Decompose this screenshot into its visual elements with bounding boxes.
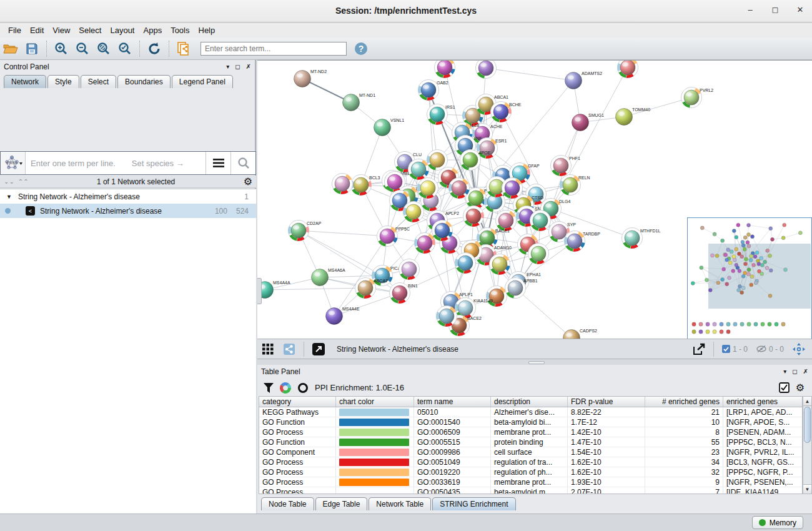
network-node[interactable] (408, 159, 429, 180)
network-options-gear-icon[interactable]: ⚙ (244, 176, 252, 187)
panel-collapse-grip[interactable] (257, 278, 262, 304)
network-node[interactable]: BCHE (491, 102, 522, 122)
table-header-row[interactable]: categorychart colorterm namedescriptionF… (259, 397, 802, 407)
save-session-button[interactable] (22, 40, 41, 57)
tab-network-table[interactable]: Network Table (369, 497, 431, 510)
tab-boundaries[interactable]: Boundaries (117, 75, 171, 88)
birds-eye-view[interactable] (687, 217, 812, 339)
zoom-fit-button[interactable] (94, 40, 113, 57)
network-node[interactable]: VSNL1 (374, 118, 405, 136)
enrichment-row[interactable]: KEGG Pathways05010Alzheimer's dise...8.8… (259, 407, 802, 417)
tab-edge-table[interactable]: Edge Table (315, 497, 368, 510)
open-in-string-button[interactable] (309, 340, 328, 358)
column-header[interactable]: term name (414, 397, 491, 407)
apply-layout-button[interactable] (145, 40, 164, 57)
tab-select[interactable]: Select (81, 75, 116, 88)
network-node[interactable] (399, 259, 420, 280)
network-node[interactable]: BCL3 (351, 175, 380, 196)
network-node[interactable] (437, 306, 457, 327)
network-node[interactable]: CD2AP (289, 221, 322, 241)
tab-network[interactable]: Network (4, 75, 46, 88)
select-all-checkbox-icon[interactable] (779, 382, 790, 393)
string-options-button[interactable] (205, 152, 230, 174)
close-icon[interactable]: ✕ (795, 5, 806, 14)
network-node[interactable] (449, 178, 470, 199)
collection-expand-icon[interactable]: ▼ (6, 194, 12, 200)
network-node[interactable] (528, 244, 549, 264)
network-node[interactable]: APBB1 (505, 278, 538, 299)
horizontal-splitter[interactable] (257, 360, 812, 365)
network-node[interactable] (496, 211, 517, 231)
panel-menu-icon[interactable]: ▾ (783, 368, 786, 375)
network-node[interactable]: TARDBP (565, 231, 601, 252)
network-node[interactable] (404, 202, 424, 222)
enrichment-row[interactable]: GO FunctionGO:0001540beta-amyloid bi...1… (259, 417, 802, 427)
column-header[interactable]: chart color (336, 397, 414, 407)
network-node[interactable]: SMUG1 (572, 113, 605, 131)
string-query-input[interactable]: Enter one term per line. Set species → (26, 152, 205, 174)
menu-item-edit[interactable]: Edit (26, 24, 48, 36)
enrichment-row[interactable]: GO ProcessGO:0006509membrane prot...1.42… (259, 427, 802, 437)
close-panel-icon[interactable]: ✗ (803, 368, 808, 375)
zoom-in-button[interactable] (52, 40, 71, 57)
export-network-button[interactable] (690, 340, 708, 358)
enrichment-row[interactable]: GO ProcessGO:0050435beta-amyloid m...2.0… (259, 487, 802, 494)
network-row[interactable]: < String Network - Alzheimer's disease 1… (0, 204, 256, 218)
network-node[interactable] (455, 253, 476, 274)
tab-style[interactable]: Style (47, 75, 79, 88)
close-panel-icon[interactable]: ✗ (246, 63, 251, 70)
menu-item-layout[interactable]: Layout (106, 24, 139, 36)
string-search-button[interactable] (230, 152, 255, 174)
search-input[interactable] (201, 42, 347, 56)
menu-item-tools[interactable]: Tools (166, 24, 194, 36)
tab-node-table[interactable]: Node Table (261, 497, 314, 510)
network-collection-row[interactable]: ▼ String Network - Alzheimer's disease 1 (0, 189, 256, 204)
float-panel-icon[interactable]: ◻ (235, 63, 240, 70)
network-node[interactable]: GAB2 (418, 80, 448, 101)
column-header[interactable]: FDR p-value (568, 397, 645, 407)
collapse-all-icon[interactable]: ⌄⌄ (4, 178, 14, 185)
string-logo-dropdown[interactable]: STRING (1, 152, 26, 174)
network-node[interactable]: CADPS2 (563, 329, 598, 339)
network-node[interactable]: BIN1 (390, 283, 418, 304)
menu-item-help[interactable]: Help (194, 24, 220, 36)
network-node[interactable]: MT-ND1 (343, 93, 376, 111)
network-node[interactable]: IRS1 (427, 104, 455, 125)
scroll-up-icon[interactable]: ▲ (803, 397, 811, 406)
network-node[interactable]: MT-ND2 (294, 69, 327, 87)
network-node[interactable] (502, 178, 523, 199)
maximize-icon[interactable]: ◻ (770, 5, 781, 14)
network-node[interactable]: ADAMTS2 (565, 71, 603, 89)
network-node[interactable] (530, 211, 551, 231)
network-node[interactable]: PPP5C (377, 226, 410, 247)
tab-string-enrichment[interactable]: STRING Enrichment (432, 497, 515, 510)
column-header[interactable]: enriched genes (723, 397, 802, 407)
float-panel-icon[interactable]: ◻ (792, 368, 797, 375)
panel-menu-icon[interactable]: ▾ (226, 63, 229, 70)
table-settings-gear-icon[interactable]: ⚙ (796, 382, 805, 394)
network-node[interactable]: PVRL2 (681, 87, 714, 108)
help-button[interactable]: ? (352, 40, 370, 57)
network-node[interactable]: ABCA7 (355, 278, 389, 299)
minimize-icon[interactable]: – (745, 5, 756, 14)
network-share-button[interactable] (280, 340, 299, 358)
import-network-button[interactable] (174, 40, 193, 57)
network-node[interactable] (618, 61, 638, 78)
pan-compass-button[interactable] (790, 340, 808, 358)
menu-item-file[interactable]: File (4, 24, 26, 36)
enrichment-row[interactable]: GO ProcessGO:0019220regulation of ph...1… (259, 467, 802, 477)
column-header[interactable]: # enriched genes (645, 397, 723, 407)
network-node[interactable] (427, 150, 448, 171)
scroll-down-icon[interactable]: ▼ (803, 484, 811, 494)
network-node[interactable] (432, 221, 453, 241)
network-node[interactable] (332, 174, 353, 194)
network-node[interactable] (490, 254, 510, 275)
column-header[interactable]: category (259, 397, 336, 407)
network-node[interactable] (435, 61, 455, 78)
open-session-button[interactable] (1, 40, 20, 57)
network-node[interactable]: APOE (460, 150, 491, 171)
expand-all-icon[interactable]: ⌃⌃ (18, 178, 29, 185)
zoom-selected-button[interactable] (116, 40, 134, 57)
zoom-out-button[interactable] (73, 40, 92, 57)
network-node[interactable]: PHF1 (551, 156, 581, 176)
